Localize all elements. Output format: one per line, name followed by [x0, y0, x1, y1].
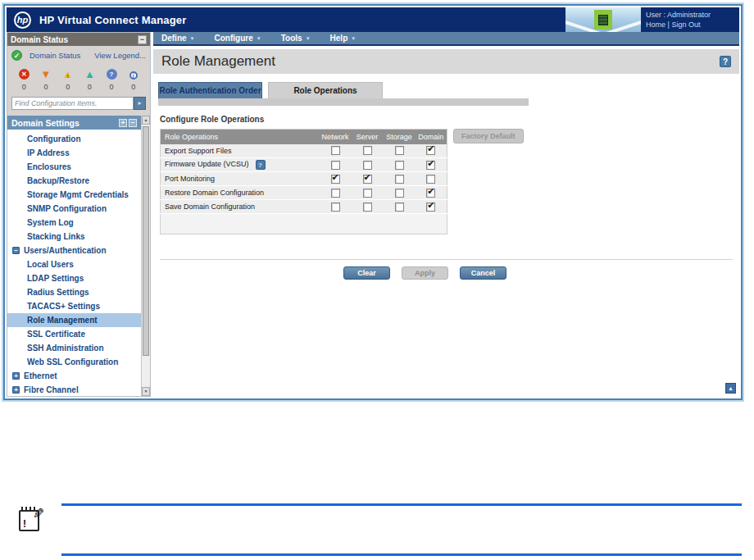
chevron-down-icon: ▼	[190, 36, 195, 41]
minor-icon: ▲!	[62, 68, 73, 80]
scrollbar-up-icon[interactable]: ▲	[142, 116, 150, 125]
note-icon: ! ✎	[19, 510, 39, 531]
app-header: hp HP Virtual Connect Manager User : Adm…	[7, 7, 739, 32]
checkbox-port-monitoring-server[interactable]: ✔	[363, 175, 372, 184]
tab-role-authentication-order[interactable]: Role Authentication Order	[158, 82, 262, 98]
sidebar-item-ldap-settings[interactable]: LDAP Settings	[7, 271, 141, 285]
sidebar-item-web-ssl-configuration[interactable]: Web SSL Configuration	[7, 355, 141, 369]
sidebar-scrollbar[interactable]: ▲ ▼	[141, 116, 150, 396]
scrollbar-thumb[interactable]	[143, 126, 149, 356]
checkbox-export-support-files-network[interactable]	[331, 146, 340, 155]
sidebar-item-label: Fibre Channel	[24, 385, 79, 394]
chevron-down-icon: ▼	[351, 36, 356, 41]
sidebar-item-label: Backup/Restore	[27, 176, 89, 185]
expand-icon[interactable]: +	[12, 372, 20, 380]
checkbox-export-support-files-storage[interactable]	[395, 146, 404, 155]
clear-button[interactable]: Clear	[343, 266, 390, 280]
view-legend-link[interactable]: View Legend...	[94, 51, 146, 60]
home-link[interactable]: Home	[646, 20, 665, 29]
sidebar-item-stacking-links[interactable]: Stacking Links	[7, 230, 141, 244]
checkbox-save-domain-configuration-storage[interactable]	[395, 203, 404, 212]
menu-bar: Define▼Configure▼Tools▼Help▼	[153, 32, 739, 46]
collapse-icon[interactable]: −	[12, 247, 20, 254]
expand-all-button[interactable]: +	[119, 119, 127, 127]
column-header-network: Network	[320, 130, 352, 144]
page: hp HP Virtual Connect Manager User : Adm…	[0, 0, 754, 560]
tabs: Role Authentication OrderRole Operations	[158, 82, 739, 98]
checkbox-save-domain-configuration-domain[interactable]: ✔	[426, 203, 435, 212]
row-label-save-domain-configuration: Save Domain Configuration	[161, 200, 320, 214]
unknown-icon: ?	[107, 68, 117, 80]
menu-configure[interactable]: Configure▼	[215, 34, 261, 43]
firmware-update-vcsu-help-icon[interactable]: ?	[256, 160, 266, 170]
checkbox-restore-domain-configuration-server[interactable]	[363, 189, 372, 198]
table-row: Export Support Files✔	[161, 144, 447, 158]
tab-role-operations[interactable]: Role Operations	[268, 82, 383, 98]
page-help-button[interactable]: ?	[720, 56, 731, 67]
sidebar-item-system-log[interactable]: System Log	[7, 216, 141, 230]
domain-settings-title: Domain Settings	[11, 118, 79, 128]
sidebar-item-configuration[interactable]: Configuration	[7, 132, 141, 146]
find-go-button[interactable]: ▸	[134, 97, 146, 110]
row-label: Export Support Files	[165, 147, 232, 155]
collapse-all-button[interactable]: −	[129, 119, 137, 127]
column-header-server: Server	[352, 130, 384, 144]
expand-icon[interactable]: +	[12, 386, 20, 394]
sidebar-item-local-users[interactable]: Local Users	[7, 257, 141, 271]
sidebar-item-ethernet[interactable]: +Ethernet	[7, 369, 141, 383]
scroll-top-icon[interactable]: ▲	[725, 383, 736, 394]
normal-count: 0	[88, 83, 92, 91]
note-exclamation: !	[23, 518, 26, 530]
content-divider	[160, 259, 733, 260]
sidebar-item-enclosures[interactable]: Enclosures	[7, 160, 141, 174]
checkbox-restore-domain-configuration-network[interactable]	[331, 189, 340, 198]
menu-tools[interactable]: Tools▼	[281, 34, 311, 43]
sidebar-item-fibre-channel[interactable]: +Fibre Channel	[7, 383, 141, 397]
info-count: 0	[131, 83, 135, 91]
sidebar-item-label: Enclosures	[27, 162, 71, 171]
sidebar-item-ssl-certificate[interactable]: SSL Certificate	[7, 327, 141, 341]
checkbox-firmware-update-vcsu-server[interactable]	[363, 161, 372, 170]
checkbox-save-domain-configuration-network[interactable]	[331, 203, 340, 212]
sidebar-item-backup-restore[interactable]: Backup/Restore	[7, 174, 141, 188]
header-right: User : Administrator Home | Sign Out	[566, 7, 739, 32]
sidebar-item-users-authentication[interactable]: −Users/Authentication	[7, 244, 141, 257]
sidebar-item-storage-mgmt-credentials[interactable]: Storage Mgmt Credentials	[7, 188, 141, 202]
collapse-domain-status-button[interactable]: −	[138, 35, 147, 44]
cancel-button[interactable]: Cancel	[460, 266, 506, 280]
enclosure-photo	[566, 7, 641, 32]
sign-out-link[interactable]: Sign Out	[671, 20, 700, 29]
factory-default-button[interactable]: Factory Default	[453, 129, 524, 143]
checkbox-save-domain-configuration-server[interactable]	[363, 203, 372, 212]
checkbox-port-monitoring-domain[interactable]	[426, 175, 435, 184]
checkbox-firmware-update-vcsu-storage[interactable]	[395, 161, 404, 170]
sidebar-item-label: Storage Mgmt Credentials	[27, 190, 129, 199]
sidebar-item-ssh-administration[interactable]: SSH Administration	[7, 341, 141, 355]
checkbox-export-support-files-server[interactable]	[363, 146, 372, 155]
checkbox-export-support-files-domain[interactable]: ✔	[426, 146, 435, 155]
domain-status-link[interactable]: Domain Status	[30, 51, 80, 60]
sidebar-item-ip-address[interactable]: IP Address	[7, 146, 141, 160]
menu-label: Tools	[281, 34, 302, 43]
column-header-role-operations: Role Operations	[161, 130, 320, 144]
apply-button[interactable]: Apply	[402, 266, 448, 280]
sidebar-item-label: TACACS+ Settings	[27, 302, 100, 311]
sidebar-item-role-management[interactable]: Role Management	[7, 313, 141, 327]
user-info: User : Administrator Home | Sign Out	[641, 7, 739, 32]
checkbox-firmware-update-vcsu-network[interactable]	[331, 161, 340, 170]
checkbox-port-monitoring-storage[interactable]	[395, 175, 404, 184]
sidebar-item-label: Local Users	[27, 260, 74, 269]
checkbox-restore-domain-configuration-storage[interactable]	[395, 189, 404, 198]
sidebar-item-radius-settings[interactable]: Radius Settings	[7, 285, 141, 299]
sidebar-item-tacacs-settings[interactable]: TACACS+ Settings	[7, 299, 141, 313]
menu-define[interactable]: Define▼	[161, 34, 195, 43]
find-config-input[interactable]	[11, 97, 134, 110]
checkbox-firmware-update-vcsu-domain[interactable]: ✔	[426, 161, 435, 170]
sidebar-item-snmp-configuration[interactable]: SNMP Configuration	[7, 202, 141, 216]
minor-count: 0	[66, 83, 70, 91]
menu-help[interactable]: Help▼	[330, 34, 357, 43]
checkbox-restore-domain-configuration-domain[interactable]: ✔	[426, 189, 435, 198]
domain-status-title: Domain Status	[11, 35, 68, 44]
scrollbar-down-icon[interactable]: ▼	[142, 387, 150, 396]
checkbox-port-monitoring-network[interactable]: ✔	[331, 175, 340, 184]
